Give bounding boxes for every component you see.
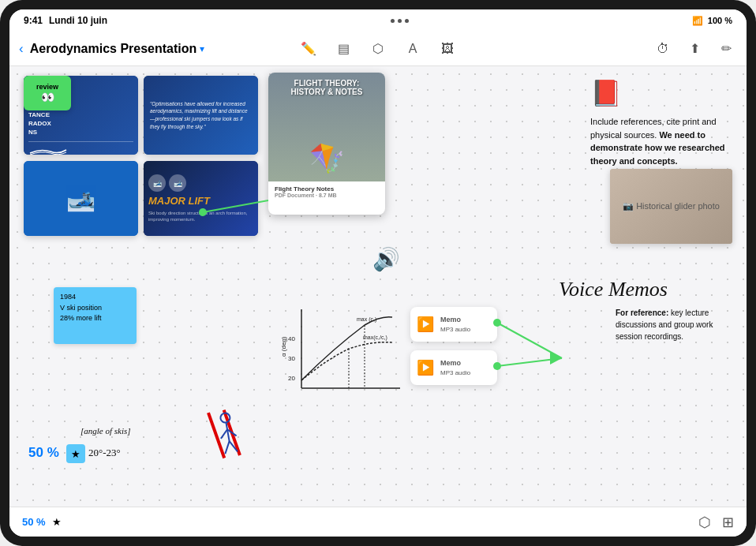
book-icon: 📕	[590, 74, 732, 112]
slide-line-ns2: NS	[28, 128, 133, 136]
memo-1-info: Memo MP3 audio	[440, 315, 470, 334]
hierarchy-icon[interactable]: ⬡	[698, 514, 711, 531]
slide-3-content: 🎿	[24, 161, 138, 236]
flight-theory-card[interactable]: FLIGHT THEORY: HISTORY & NOTES 🪁 Flight …	[268, 73, 385, 215]
svg-text:max(c,/c,): max(c,/c,)	[363, 335, 387, 341]
canvas-area: review 👀 NS DYNAMICS N SKIS TANCE RADOX …	[9, 66, 747, 507]
ski-jumper-icon: 🎿	[66, 185, 95, 212]
svg-text:α (deg): α (deg)	[280, 336, 287, 357]
svg-line-3	[497, 358, 562, 366]
memo-card-2[interactable]: ▶️ Memo MP3 audio	[410, 350, 497, 385]
slide-4-content: 🎿 🎿 MAJOR LIFT Ski body direction struct…	[144, 161, 258, 236]
toolbar: ‹ Aerodynamics Presentation ▾ ✏️ ▤ ⬡ A 🖼…	[9, 32, 747, 66]
angle-degrees: 20°-23°	[88, 447, 121, 459]
historic-glider-desc: 📷 Historical glider photo	[623, 201, 720, 211]
text-note-body: Include references, cite print and physi…	[590, 115, 732, 167]
major-lift-title: MAJOR LIFT	[148, 195, 253, 207]
quote-text: "Optimisations have allowed for increase…	[150, 100, 252, 131]
flight-theory-title: FLIGHT THEORY: HISTORY & NOTES	[291, 79, 363, 96]
image-icon[interactable]: 🖼	[436, 38, 458, 60]
svg-line-2	[497, 323, 562, 358]
share-icon[interactable]: ⬆	[683, 38, 705, 60]
voice-memo-description: For reference: key lecture discussions a…	[616, 307, 732, 342]
zoom-area: 50 % ★	[22, 516, 62, 528]
ski-svg	[184, 397, 265, 471]
history-icon[interactable]: ⏱	[652, 38, 674, 60]
memo-card-1[interactable]: ▶️ Memo MP3 audio	[410, 307, 497, 342]
pencil-tool-icon[interactable]: ✏️	[298, 38, 320, 60]
document-title: Aerodynamics Presentation	[30, 42, 197, 56]
slide-line-tance: TANCE	[28, 110, 133, 119]
toolbar-center: ✏️ ▤ ⬡ A 🖼	[298, 38, 458, 60]
status-center	[391, 19, 409, 23]
play-icon-1[interactable]: ▶️	[417, 316, 434, 333]
flight-theory-filename: Flight Theory Notes PDF Document · 8.7 M…	[268, 181, 385, 202]
zoom-percent: 50 %	[28, 445, 59, 461]
memo-2-info: Memo MP3 audio	[440, 358, 470, 377]
svg-text:20: 20	[288, 375, 295, 382]
svg-marker-4	[550, 352, 562, 365]
view-icon[interactable]: ▤	[332, 38, 354, 60]
text-note: 📕 Include references, cite print and phy…	[590, 74, 732, 167]
svg-line-19	[219, 429, 229, 439]
zoom-value: 50 %	[22, 516, 46, 528]
toolbar-left: ‹ Aerodynamics Presentation ▾	[19, 41, 288, 57]
slide-line-radox: RADOX	[28, 119, 133, 128]
battery-label: 100 %	[708, 16, 732, 25]
star-badge[interactable]: ★	[66, 444, 85, 463]
back-button[interactable]: ‹	[19, 41, 24, 57]
slide-2-content: "Optimisations have allowed for increase…	[144, 76, 258, 155]
status-left: 9:41 Lundi 10 juin	[24, 15, 107, 26]
slide-major-lift[interactable]: 🎿 🎿 MAJOR LIFT Ski body direction struct…	[144, 161, 258, 236]
svg-text:max (c,): max (c,)	[357, 316, 376, 323]
graph-svg: 20 30 40 α (deg) max (c,) max(c,/c,)	[278, 301, 404, 404]
chevron-down-icon[interactable]: ▾	[200, 43, 204, 54]
major-lift-desc: Ski body direction structures an arch fo…	[148, 210, 253, 223]
edit-icon[interactable]: ✏	[715, 38, 737, 60]
ipad-frame: 9:41 Lundi 10 juin 📶 100 % ‹ Aerodynamic…	[0, 0, 756, 546]
dot-2	[398, 19, 402, 23]
ipad-screen: 9:41 Lundi 10 juin 📶 100 % ‹ Aerodynamic…	[9, 9, 747, 537]
status-date: Lundi 10 juin	[49, 15, 107, 26]
slide-ski-jumper[interactable]: 🎿	[24, 161, 138, 236]
bottom-bar: 50 % ★ ⬡ ⊞	[9, 507, 747, 537]
bottom-icons: ⬡ ⊞	[698, 514, 734, 531]
svg-text:40: 40	[288, 335, 295, 342]
grid-icon[interactable]: ⊞	[722, 514, 734, 531]
insert-icon[interactable]: ⬡	[367, 38, 389, 60]
glider-icon: 🪁	[309, 142, 345, 175]
review-label: review	[36, 83, 58, 91]
flight-theory-size: PDF Document · 8.7 MB	[275, 193, 379, 198]
star-label: ★	[52, 516, 62, 528]
graph-area: 20 30 40 α (deg) max (c,) max(c,/c,)	[278, 301, 404, 404]
slide-quote[interactable]: "Optimisations have allowed for increase…	[144, 76, 258, 155]
play-icon-2[interactable]: ▶️	[417, 359, 434, 376]
ski-shapes	[184, 397, 267, 481]
review-eyes-icon: 👀	[41, 91, 54, 103]
wifi-icon: 📶	[692, 16, 703, 26]
status-right: 📶 100 %	[692, 16, 732, 26]
voice-memos-title: Voice Memos	[559, 278, 668, 301]
toolbar-right: ⏱ ⬆ ✏	[468, 38, 737, 60]
star-icon: ★	[71, 448, 80, 460]
svg-text:30: 30	[288, 355, 295, 362]
dot-1	[391, 19, 395, 23]
blue-sticky-note[interactable]: 1984 V ski position 28% more lift	[54, 287, 137, 344]
flight-theory-cover: FLIGHT THEORY: HISTORY & NOTES 🪁	[268, 73, 385, 181]
sound-icon: 🔊	[372, 246, 400, 272]
historical-photo: 📷 Historical glider photo	[610, 169, 732, 244]
text-icon[interactable]: A	[402, 38, 424, 60]
sticky-content: 1984 V ski position 28% more lift	[60, 292, 130, 324]
status-bar: 9:41 Lundi 10 juin 📶 100 %	[9, 9, 747, 32]
review-sticker: review 👀	[24, 76, 71, 110]
title-area: Aerodynamics Presentation ▾	[30, 42, 205, 56]
status-time: 9:41	[24, 15, 43, 26]
dot-3	[405, 19, 409, 23]
angle-annotation: [angle of skis]	[80, 426, 131, 436]
